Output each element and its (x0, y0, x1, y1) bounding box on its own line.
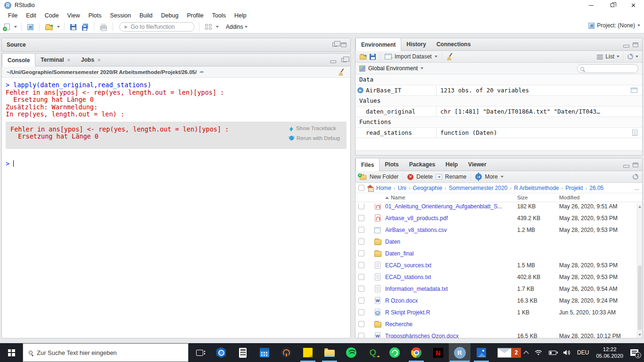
environment-minimize-button[interactable] (623, 45, 629, 48)
taskbar-openvpn[interactable] (275, 343, 297, 362)
tab-environment[interactable]: Environment (355, 38, 401, 51)
file-row[interactable]: Information_metadata.txt1.7 KBMay 26, 20… (355, 283, 637, 295)
column-size[interactable]: Size (517, 195, 528, 200)
menu-file[interactable]: File (4, 10, 22, 21)
print-button[interactable] (99, 23, 108, 31)
source-restore-button[interactable] (332, 42, 338, 47)
environment-search-input[interactable] (586, 66, 633, 72)
file-row[interactable]: 01_Anleitung_Orientierung_Aufgabenblatt_… (355, 204, 637, 212)
terminal-close-icon[interactable]: ✕ (66, 58, 70, 63)
tab-terminal[interactable]: Terminal✕ (35, 54, 76, 66)
breadcrumb-more-button[interactable]: ... (635, 185, 639, 191)
new-file-button[interactable]: + (3, 23, 11, 31)
global-env-caret[interactable] (421, 67, 423, 69)
env-row-read-stations[interactable]: read_stations function (Daten) (355, 128, 642, 139)
taskbar-whatsapp[interactable] (384, 343, 405, 362)
project-selector[interactable]: R Project: (None) (588, 22, 640, 29)
more-caret[interactable] (501, 176, 504, 178)
file-row[interactable]: Daten (355, 236, 637, 247)
breadcrumb-2605[interactable]: 26.05 (589, 185, 603, 191)
menu-session[interactable]: Session (106, 10, 135, 21)
more-button[interactable]: More (485, 173, 497, 180)
goto-file-input[interactable] (131, 24, 182, 30)
taskbar-search-input[interactable] (37, 349, 169, 356)
file-link[interactable]: 01_Anleitung_Orientierung_Aufgabenblatt_… (385, 204, 502, 210)
taskbar-netflix[interactable]: N (427, 343, 449, 362)
menu-help[interactable]: Help (230, 10, 251, 21)
tab-plots[interactable]: Plots (380, 158, 404, 171)
action-center-button[interactable]: 2 (627, 343, 644, 362)
tab-console[interactable]: Console (2, 54, 35, 66)
file-row[interactable]: ECAD_stations.txt402.8 KBMay 28, 2020, 9… (355, 271, 637, 283)
taskbar-sticky-notes[interactable] (297, 343, 319, 362)
file-row[interactable]: Airbase_v8_products.pdf439.2 KBMay 28, 2… (355, 212, 637, 224)
breadcrumb-uni[interactable]: Uni (398, 185, 406, 191)
breadcrumb-projekt[interactable]: Projekt (565, 185, 583, 191)
taskbar-file-explorer[interactable] (319, 343, 340, 362)
taskbar-rstudio[interactable]: R (449, 343, 471, 362)
menu-plots[interactable]: Plots (84, 10, 106, 21)
taskbar-search-box[interactable] (23, 343, 189, 362)
tab-help[interactable]: Help (440, 158, 463, 171)
files-scrollbar[interactable] (637, 204, 642, 338)
tab-jobs[interactable]: Jobs✕ (76, 54, 106, 66)
taskbar-photos[interactable] (471, 343, 492, 362)
file-row[interactable]: Daten_final (355, 247, 637, 259)
taskbar-calculator[interactable] (232, 343, 254, 362)
file-checkbox[interactable] (358, 227, 364, 233)
pane-layout-button[interactable] (204, 23, 213, 31)
tab-viewer[interactable]: Viewer (463, 158, 491, 171)
menu-build[interactable]: Build (135, 10, 157, 21)
file-link[interactable]: Airbase_v8_products.pdf (385, 215, 448, 222)
view-dataframe-icon[interactable] (631, 88, 637, 93)
file-row[interactable]: R Skript Projekt.R1 KBJun 5, 2020, 10:33… (355, 306, 637, 318)
battery-button[interactable] (545, 343, 560, 362)
breadcrumb-home[interactable]: Home (376, 185, 391, 191)
file-checkbox[interactable] (358, 274, 364, 280)
refresh-caret[interactable] (636, 56, 638, 58)
new-file-dropdown[interactable] (14, 26, 17, 28)
file-row[interactable]: AirBase_v8_stations.csv1.2 MBMay 28, 202… (355, 224, 637, 236)
expand-icon[interactable]: ▶ (357, 87, 363, 93)
console-output[interactable]: > lapply(daten_original,read_stations) F… (2, 78, 350, 167)
file-link[interactable]: AirBase_v8_stations.csv (385, 227, 447, 233)
breadcrumb-arbeitsmethode[interactable]: R Arbeitsmethode (514, 185, 559, 191)
rename-button[interactable]: Rename (445, 173, 466, 180)
column-name[interactable]: Name (385, 195, 405, 200)
file-checkbox[interactable] (358, 204, 364, 209)
wifi-button[interactable] (531, 343, 545, 362)
environment-maximize-button[interactable] (633, 42, 638, 47)
column-modified[interactable]: Modified (559, 195, 579, 200)
file-link[interactable]: ECAD_stations.txt (385, 274, 431, 280)
folder-link[interactable]: Daten (385, 239, 400, 245)
folder-link[interactable]: Recherche (385, 321, 413, 328)
file-checkbox[interactable] (358, 321, 364, 327)
new-folder-button[interactable]: New Folder (370, 173, 398, 180)
scrollbar-thumb[interactable] (638, 265, 642, 330)
addins-button[interactable]: Addins (224, 23, 249, 31)
pane-layout-dropdown[interactable] (216, 26, 219, 28)
volume-button[interactable] (560, 343, 574, 362)
file-link[interactable]: R Ozon.docx (385, 297, 418, 304)
select-all-checkbox[interactable] (358, 185, 364, 191)
open-recent-dropdown[interactable] (57, 26, 60, 28)
breadcrumb-sommersemester[interactable]: Sommersemester 2020 (449, 185, 508, 191)
env-row-daten-original[interactable]: daten_original chr [1:481] "Daten/IT0186… (355, 107, 642, 117)
taskbar-calendar[interactable] (254, 343, 275, 362)
file-row[interactable]: Troposphärisches Ozon.docx16.5 KBMay 28,… (355, 330, 637, 338)
refresh-files-icon[interactable] (633, 174, 638, 180)
files-minimize-button[interactable] (623, 165, 629, 168)
file-row[interactable]: R Ozon.docx16.3 KBMay 28, 2020, 9:24 PM (355, 295, 637, 306)
console-maximize-button[interactable] (341, 58, 347, 62)
file-row[interactable]: Recherche (355, 318, 637, 330)
scroll-down-icon[interactable] (638, 334, 641, 336)
menu-profile[interactable]: Profile (182, 10, 207, 21)
restore-button[interactable] (602, 0, 623, 10)
refresh-environment-icon[interactable] (627, 54, 633, 59)
tab-history[interactable]: History (401, 38, 431, 50)
rerun-with-debug-link[interactable]: Rerun with Debug (289, 135, 340, 141)
import-dataset-icon[interactable] (385, 54, 392, 59)
file-checkbox[interactable] (358, 333, 364, 338)
menu-edit[interactable]: Edit (22, 10, 41, 21)
file-link[interactable]: ECAD_sources.txt (385, 262, 431, 269)
